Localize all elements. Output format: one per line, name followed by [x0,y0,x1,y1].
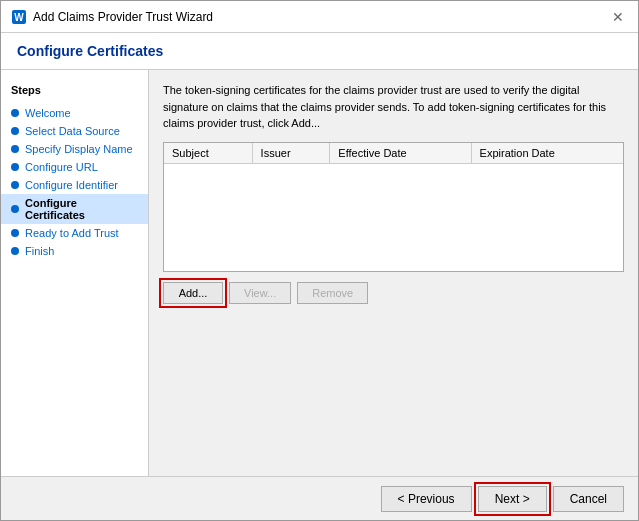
col-effective-date: Effective Date [330,143,471,164]
sidebar-item-configure-certificates[interactable]: Configure Certificates [1,194,148,224]
view-button[interactable]: View... [229,282,291,304]
sidebar-item-label: Finish [25,245,54,257]
sidebar-item-configure-url[interactable]: Configure URL [1,158,148,176]
dot-icon [11,229,19,237]
certificate-table-wrapper: Subject Issuer Effective Date Expiration… [163,142,624,272]
sidebar-item-label: Configure Certificates [25,197,138,221]
sidebar-item-label: Welcome [25,107,71,119]
sidebar-item-label: Configure Identifier [25,179,118,191]
certificate-table: Subject Issuer Effective Date Expiration… [164,143,623,164]
dot-icon [11,205,19,213]
content-area: Steps Welcome Select Data Source Specify… [1,70,638,476]
dot-icon [11,163,19,171]
sidebar-item-ready-to-add-trust[interactable]: Ready to Add Trust [1,224,148,242]
col-subject: Subject [164,143,252,164]
main-panel: The token-signing certificates for the c… [149,70,638,476]
sidebar-item-label: Configure URL [25,161,98,173]
dot-icon [11,109,19,117]
dot-icon [11,181,19,189]
wizard-window: W Add Claims Provider Trust Wizard ✕ Con… [0,0,639,521]
sidebar-item-finish[interactable]: Finish [1,242,148,260]
previous-button[interactable]: < Previous [381,486,472,512]
page-title: Configure Certificates [17,43,622,59]
dot-icon [11,247,19,255]
sidebar-item-label: Select Data Source [25,125,120,137]
sidebar-item-label: Ready to Add Trust [25,227,119,239]
page-header: Configure Certificates [1,33,638,70]
col-issuer: Issuer [252,143,330,164]
button-row: Add... View... Remove [163,282,624,304]
wizard-icon: W [11,9,27,25]
title-bar: W Add Claims Provider Trust Wizard ✕ [1,1,638,33]
dot-icon [11,145,19,153]
description-text: The token-signing certificates for the c… [163,82,624,132]
cancel-button[interactable]: Cancel [553,486,624,512]
add-button[interactable]: Add... [163,282,223,304]
sidebar: Steps Welcome Select Data Source Specify… [1,70,149,476]
remove-button[interactable]: Remove [297,282,368,304]
next-button[interactable]: Next > [478,486,547,512]
svg-text:W: W [14,12,24,23]
footer: < Previous Next > Cancel [1,476,638,520]
dot-icon [11,127,19,135]
sidebar-item-select-data-source[interactable]: Select Data Source [1,122,148,140]
sidebar-item-welcome[interactable]: Welcome [1,104,148,122]
title-bar-left: W Add Claims Provider Trust Wizard [11,9,213,25]
window-title: Add Claims Provider Trust Wizard [33,10,213,24]
sidebar-item-configure-identifier[interactable]: Configure Identifier [1,176,148,194]
spacer [163,314,624,465]
col-expiration-date: Expiration Date [471,143,623,164]
sidebar-title: Steps [1,80,148,104]
sidebar-item-label: Specify Display Name [25,143,133,155]
sidebar-item-specify-display-name[interactable]: Specify Display Name [1,140,148,158]
close-button[interactable]: ✕ [608,7,628,27]
